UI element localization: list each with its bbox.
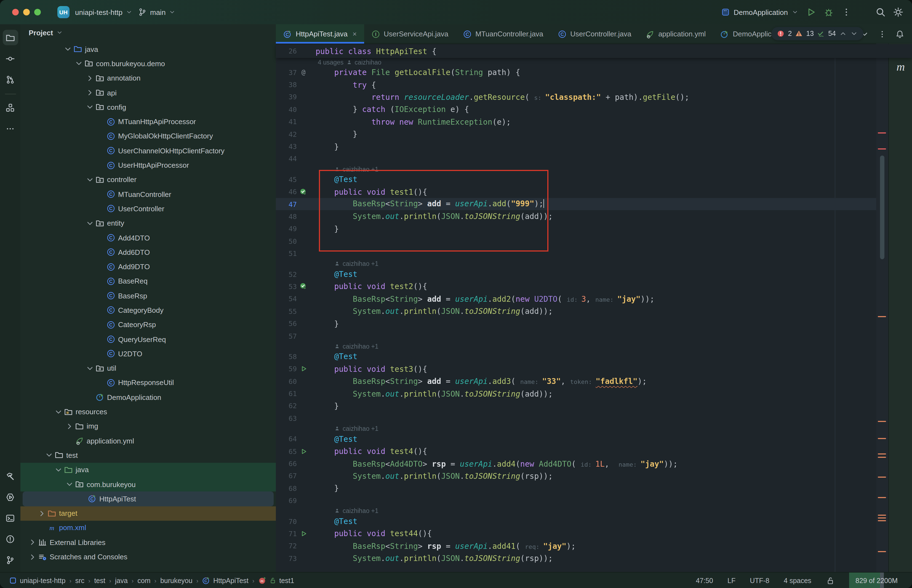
warning-stripe-mark[interactable] bbox=[878, 517, 886, 519]
branch-selector[interactable]: main bbox=[138, 8, 175, 16]
code-line-68[interactable]: 68} bbox=[276, 482, 912, 494]
tab-mtuancontroller-java[interactable]: CMTuanController.java bbox=[456, 24, 550, 44]
code-line-69[interactable]: 69 bbox=[276, 494, 912, 507]
tree-item-mtuanhttpapiprocessor[interactable]: CMTuanHttpApiProcessor bbox=[20, 115, 276, 129]
chevron-right-icon[interactable] bbox=[28, 552, 37, 561]
tree-item-userchannelokhttpclientfactory[interactable]: CUserChannelOkHttpClientFactory bbox=[20, 144, 276, 158]
code-line-61[interactable]: 61System.out.println(JSON.toJSONString(a… bbox=[276, 388, 912, 400]
next-problem-button[interactable] bbox=[850, 30, 858, 37]
sidebar-button-build[interactable] bbox=[3, 468, 18, 484]
sidebar-button-terminal[interactable] bbox=[3, 510, 18, 526]
code-line-62[interactable]: 62} bbox=[276, 400, 912, 412]
tree-item-add9dto[interactable]: CAdd9DTO bbox=[20, 260, 276, 274]
tree-item-entity[interactable]: entity bbox=[20, 216, 276, 231]
code-line-64[interactable]: 64@Test bbox=[276, 433, 912, 445]
sidebar-button-run[interactable] bbox=[3, 489, 18, 505]
code-line-42[interactable]: 42} bbox=[276, 128, 912, 141]
memory-indicator[interactable]: 829 of 2200M bbox=[849, 573, 904, 588]
tree-item-pom-xml[interactable]: mpom.xml bbox=[20, 521, 276, 535]
test-passed-run-icon[interactable] bbox=[299, 283, 307, 291]
chevron-down-icon[interactable] bbox=[63, 45, 72, 53]
tree-item-com-burukeyou[interactable]: com.burukeyou bbox=[20, 477, 276, 492]
test-passed-run-icon[interactable] bbox=[299, 188, 307, 195]
tree-item-add6dto[interactable]: CAdd6DTO bbox=[20, 245, 276, 260]
tree-item-annotation[interactable]: annotation bbox=[20, 71, 276, 86]
code-line-55[interactable]: 55System.out.println(JSON.toJSONString(a… bbox=[276, 305, 912, 317]
tree-item-cateoryrsp[interactable]: CCateoryRsp bbox=[20, 317, 276, 332]
warning-stripe-mark[interactable] bbox=[878, 316, 886, 317]
code-line-70[interactable]: 70@Test bbox=[276, 515, 912, 528]
chevron-down-icon[interactable] bbox=[54, 407, 63, 416]
tree-item-util[interactable]: util bbox=[20, 361, 276, 376]
tree-item-queryuserreq[interactable]: CQueryUserReq bbox=[20, 332, 276, 347]
author-inlay-hint[interactable]: caizhihao +1 bbox=[276, 165, 912, 173]
code-line-38[interactable]: 38try { bbox=[276, 79, 912, 91]
debug-button[interactable] bbox=[824, 7, 834, 17]
project-selector[interactable]: uniapi-test-http bbox=[75, 8, 133, 16]
code-line-65[interactable]: 65public void test4(){ bbox=[276, 445, 912, 457]
chevron-down-icon[interactable] bbox=[45, 451, 53, 460]
warning-stripe-mark[interactable] bbox=[878, 457, 886, 458]
breadcrumb-item-uniapi-test-http[interactable]: uniapi-test-http bbox=[9, 577, 65, 585]
window-controls[interactable] bbox=[12, 9, 45, 15]
run-test-gutter-icon[interactable] bbox=[300, 530, 307, 537]
code-line-53[interactable]: 53public void test2(){ bbox=[276, 281, 912, 293]
minimize-window-button[interactable] bbox=[23, 9, 30, 15]
error-stripe-scrollbar[interactable] bbox=[876, 44, 888, 572]
close-window-button[interactable] bbox=[12, 9, 19, 15]
chevron-right-icon[interactable] bbox=[86, 74, 94, 82]
sidebar-button-more-tools[interactable] bbox=[3, 121, 18, 136]
sidebar-button-pull-requests[interactable] bbox=[3, 72, 18, 87]
code-line-67[interactable]: 67System.out.println(JSON.toJSONString(r… bbox=[276, 470, 912, 482]
breadcrumb-item-src[interactable]: src bbox=[75, 577, 84, 585]
author-inlay-hint[interactable]: caizhihao +1 bbox=[276, 507, 912, 515]
tree-item-scratches-and-consoles[interactable]: Scratches and Consoles bbox=[20, 550, 276, 564]
line-ending-widget[interactable]: LF bbox=[728, 577, 736, 585]
sidebar-button-structure[interactable] bbox=[3, 100, 18, 115]
tree-item-userhttpapiprocessor[interactable]: CUserHttpApiProcessor bbox=[20, 158, 276, 173]
code-line-57[interactable]: 57 bbox=[276, 330, 912, 342]
scrollbar-thumb[interactable] bbox=[880, 155, 885, 259]
tree-item-application-yml[interactable]: application.yml bbox=[20, 433, 276, 448]
code-line-39[interactable]: 39return resourceLoader.getResource( s: … bbox=[276, 91, 912, 103]
chevron-down-icon[interactable] bbox=[65, 480, 74, 489]
code-line-43[interactable]: 43} bbox=[276, 141, 912, 153]
code-line-60[interactable]: 60BaseRsp<String> add = userApi.add3( na… bbox=[276, 375, 912, 388]
chevron-right-icon[interactable] bbox=[28, 538, 37, 547]
tree-item-external-libraries[interactable]: External Libraries bbox=[20, 535, 276, 550]
chevron-right-icon[interactable] bbox=[86, 88, 94, 97]
code-line-48[interactable]: 48System.out.println(JSON.toJSONString(a… bbox=[276, 210, 912, 223]
tree-item-test[interactable]: test bbox=[20, 448, 276, 463]
maximize-window-button[interactable] bbox=[34, 9, 41, 15]
tree-item-config[interactable]: config bbox=[20, 100, 276, 115]
chevron-down-icon[interactable] bbox=[54, 465, 63, 474]
tab-userserviceapi-java[interactable]: IUserServiceApi.java bbox=[364, 24, 456, 44]
error-stripe-mark[interactable] bbox=[878, 149, 886, 150]
tree-item-target[interactable]: target bbox=[20, 506, 276, 521]
tree-item-add4dto[interactable]: CAdd4DTO bbox=[20, 231, 276, 245]
code-area[interactable]: 4 usagescaizhihao37@private File getLoca… bbox=[276, 58, 912, 573]
warning-stripe-mark[interactable] bbox=[878, 520, 886, 521]
code-line-52[interactable]: 52@Test bbox=[276, 268, 912, 281]
run-configuration-selector[interactable]: DemoApplication bbox=[721, 8, 798, 16]
chevron-down-icon[interactable] bbox=[86, 364, 94, 373]
breadcrumb-item-httpapitest[interactable]: CHttpApiTest bbox=[202, 577, 249, 585]
author-inlay-hint[interactable]: caizhihao +1 bbox=[276, 425, 912, 433]
warning-stripe-mark[interactable] bbox=[878, 551, 886, 552]
tree-item-myglobalokhttpclientfactory[interactable]: CMyGlobalOkHttpClientFactory bbox=[20, 129, 276, 144]
code-line-58[interactable]: 58@Test bbox=[276, 350, 912, 363]
indent-widget[interactable]: 4 spaces bbox=[784, 577, 811, 585]
tree-item-controller[interactable]: controller bbox=[20, 172, 276, 187]
notifications-icon[interactable] bbox=[896, 29, 904, 38]
code-line-46[interactable]: 46public void test1(){ bbox=[276, 186, 912, 198]
code-line-45[interactable]: 45@Test bbox=[276, 173, 912, 186]
sidebar-button-problems[interactable] bbox=[3, 531, 18, 547]
warning-stripe-mark[interactable] bbox=[878, 438, 886, 439]
code-line-51[interactable]: 51 bbox=[276, 247, 912, 260]
warning-stripe-mark[interactable] bbox=[878, 497, 886, 498]
project-panel-header[interactable]: Project bbox=[20, 24, 276, 41]
sidebar-button-git[interactable] bbox=[3, 552, 18, 568]
settings-button[interactable] bbox=[893, 7, 903, 17]
code-line-44[interactable]: 44 bbox=[276, 152, 912, 165]
warning-stripe-mark[interactable] bbox=[878, 515, 886, 516]
